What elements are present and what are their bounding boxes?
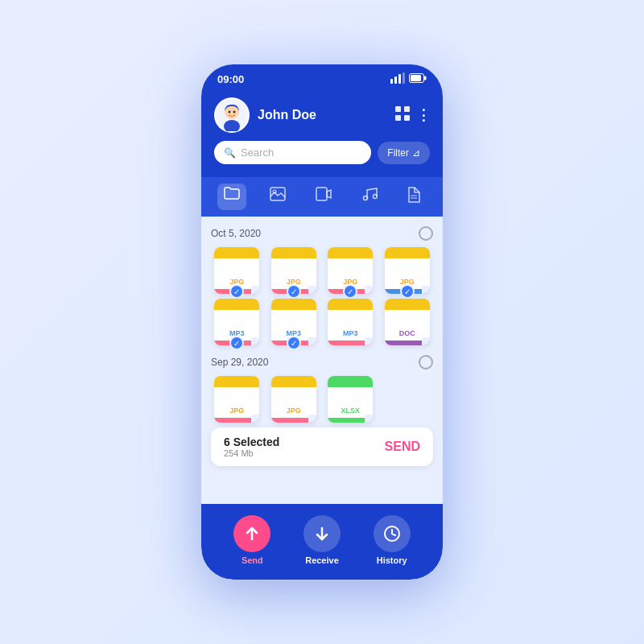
status-bar: 09:00 — [201, 64, 443, 91]
signal-icon — [390, 72, 405, 86]
svg-rect-2 — [398, 74, 401, 84]
list-item[interactable]: JPG ✓ — [324, 247, 377, 294]
svg-rect-13 — [404, 106, 410, 112]
list-item[interactable]: XLSX — [324, 376, 377, 423]
list-item[interactable]: JPG ✓ — [268, 247, 320, 294]
search-input-placeholder: Search — [241, 147, 274, 159]
app-header: John Doe ⋮ 🔍 Search Filter — [201, 91, 443, 177]
svg-rect-3 — [402, 72, 405, 84]
date-select-circle-1[interactable] — [419, 226, 433, 241]
filter-label: Filter — [387, 147, 409, 159]
file-card-jpg6: JPG — [271, 376, 316, 423]
file-card-doc: DOC — [385, 299, 430, 345]
cat-tab-music[interactable] — [355, 184, 384, 210]
selected-size: 254 Mb — [224, 448, 279, 458]
user-name: John Doe — [258, 108, 387, 122]
cat-tab-video[interactable] — [309, 184, 338, 210]
files-grid-1: JPG ✓ JPG ✓ — [211, 247, 433, 345]
content-area: Oct 5, 2020 JPG ✓ JPG — [201, 217, 443, 504]
send-bar-info: 6 Selected 254 Mb — [224, 436, 279, 458]
file-card-mp3-3: MP3 — [328, 299, 373, 345]
history-nav-label: History — [377, 555, 407, 565]
svg-point-9 — [229, 111, 231, 114]
svg-rect-6 — [424, 76, 427, 80]
grid-icon[interactable] — [395, 106, 410, 124]
phone-container: 09:00 — [201, 64, 443, 580]
nav-item-history[interactable]: History — [374, 515, 411, 565]
file-check-jpg4: ✓ — [400, 284, 415, 299]
selected-count: 6 Selected — [224, 436, 279, 448]
svg-rect-5 — [411, 75, 421, 81]
cat-tab-folder[interactable] — [217, 184, 246, 210]
svg-rect-1 — [394, 76, 397, 84]
status-time: 09:00 — [217, 73, 244, 85]
date-label-1: Oct 5, 2020 — [211, 228, 261, 239]
file-check-mp3-1: ✓ — [229, 336, 244, 350]
send-button[interactable]: SEND — [385, 440, 420, 454]
nav-item-send[interactable]: Send — [233, 515, 270, 565]
files-grid-2: JPG JPG XLSX — [211, 376, 433, 423]
file-check-jpg3: ✓ — [343, 284, 357, 299]
list-item[interactable]: JPG — [211, 376, 263, 423]
file-check-jpg1: ✓ — [229, 284, 244, 299]
file-card-jpg5: JPG — [214, 376, 259, 423]
list-item[interactable]: JPG — [268, 376, 320, 423]
list-item[interactable]: MP3 — [324, 299, 377, 345]
date-select-circle-2[interactable] — [419, 355, 433, 369]
filter-icon: ⊿ — [412, 147, 420, 159]
filter-button[interactable]: Filter ⊿ — [378, 142, 430, 164]
receive-nav-label: Receive — [305, 555, 339, 565]
list-item[interactable]: JPG ✓ — [382, 247, 434, 294]
history-nav-icon-wrap — [374, 515, 411, 552]
battery-icon — [409, 73, 427, 85]
svg-rect-14 — [395, 115, 401, 121]
search-row: 🔍 Search Filter ⊿ — [214, 141, 430, 164]
svg-rect-12 — [395, 106, 401, 112]
cat-tab-document[interactable] — [401, 184, 427, 210]
file-check-jpg2: ✓ — [287, 284, 301, 299]
date-header-1: Oct 5, 2020 — [211, 226, 433, 241]
date-section-2: Sep 29, 2020 JPG JPG — [211, 355, 433, 423]
list-item[interactable]: DOC — [382, 299, 434, 345]
date-header-2: Sep 29, 2020 — [211, 355, 433, 369]
header-top: John Doe ⋮ — [214, 97, 430, 133]
svg-point-10 — [233, 111, 236, 114]
send-bar: 6 Selected 254 Mb SEND — [211, 427, 433, 466]
status-icons — [390, 72, 427, 86]
svg-rect-18 — [316, 188, 327, 200]
category-tabs — [201, 177, 443, 217]
more-options-icon[interactable]: ⋮ — [416, 106, 430, 124]
list-item[interactable]: MP3 ✓ — [211, 299, 263, 345]
nav-item-receive[interactable]: Receive — [303, 515, 341, 565]
date-section-1: Oct 5, 2020 JPG ✓ JPG — [211, 226, 433, 345]
svg-rect-15 — [404, 115, 410, 121]
receive-nav-icon-wrap — [303, 515, 341, 552]
date-label-2: Sep 29, 2020 — [211, 357, 268, 368]
list-item[interactable]: MP3 ✓ — [268, 299, 320, 345]
file-card-xlsx: XLSX — [328, 376, 373, 423]
send-nav-label: Send — [242, 555, 263, 565]
svg-point-20 — [373, 195, 377, 199]
bottom-nav: Send Receive History — [201, 504, 443, 580]
svg-rect-0 — [390, 79, 393, 84]
header-actions: ⋮ — [395, 106, 430, 124]
cat-tab-image[interactable] — [263, 184, 292, 210]
search-box-icon: 🔍 — [224, 147, 236, 159]
search-box[interactable]: 🔍 Search — [214, 141, 371, 164]
send-nav-icon-wrap — [233, 515, 270, 552]
list-item[interactable]: JPG ✓ — [211, 247, 263, 294]
file-check-mp3-2: ✓ — [287, 336, 301, 350]
avatar — [214, 97, 250, 133]
svg-point-19 — [363, 196, 367, 200]
